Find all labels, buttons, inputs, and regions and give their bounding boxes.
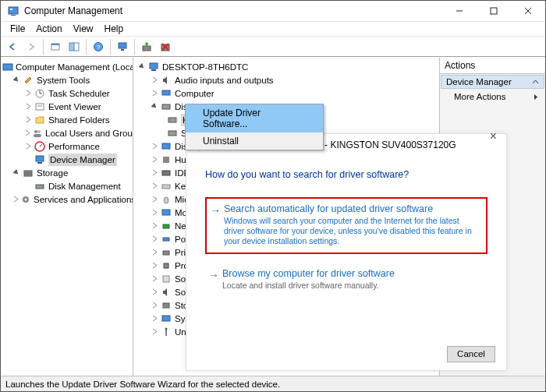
tree-event-viewer[interactable]: Event Viewer — [1, 100, 133, 113]
expand-icon[interactable] — [12, 195, 20, 203]
expand-icon[interactable] — [151, 208, 159, 217]
expand-icon[interactable] — [151, 142, 159, 150]
show-hide-console-button[interactable] — [66, 38, 83, 55]
menu-help[interactable]: Help — [100, 23, 129, 35]
option-search-auto[interactable]: → Search automatically for updated drive… — [205, 197, 488, 254]
expand-icon[interactable] — [151, 221, 159, 230]
expand-icon[interactable] — [151, 168, 159, 177]
expand-icon[interactable] — [151, 248, 159, 256]
expand-icon[interactable] — [24, 129, 31, 137]
menu-action[interactable]: Action — [31, 23, 66, 35]
tree-performance[interactable]: Performance — [1, 139, 133, 153]
keyboard-icon — [160, 180, 172, 192]
svg-point-37 — [25, 198, 27, 200]
left-pane: Computer Management (Local) System Tools… — [1, 58, 133, 376]
tree-spacer — [24, 182, 33, 190]
sound-icon — [160, 286, 172, 298]
actions-section[interactable]: Device Manager — [441, 75, 544, 89]
forward-button[interactable] — [23, 38, 40, 55]
console-tree[interactable]: Computer Management (Local) System Tools… — [1, 60, 133, 206]
tree-label: System Tools — [37, 74, 90, 87]
expand-icon[interactable] — [24, 115, 33, 124]
expand-icon[interactable] — [151, 288, 159, 296]
collapse-icon[interactable] — [151, 102, 159, 111]
svg-rect-44 — [162, 143, 170, 149]
tree-task-scheduler[interactable]: Task Scheduler — [1, 87, 133, 100]
folder-icon — [34, 114, 46, 126]
arrow-right-icon: → — [210, 204, 221, 217]
svg-rect-38 — [150, 63, 158, 69]
collapse-icon[interactable] — [138, 62, 147, 71]
tree-label: DESKTOP-8TH6DTC — [162, 61, 248, 73]
performance-icon — [34, 140, 46, 153]
help-button[interactable]: ? — [90, 38, 107, 55]
expand-icon[interactable] — [24, 102, 33, 111]
option-title: Search automatically for updated driver … — [224, 203, 480, 214]
window-title: Computer Management — [24, 5, 442, 16]
actions-more[interactable]: More Actions — [440, 90, 545, 104]
tree-root[interactable]: Computer Management (Local) — [1, 60, 133, 73]
expand-icon[interactable] — [151, 235, 159, 243]
ctx-uninstall[interactable]: Uninstall — [186, 132, 323, 150]
statusbar: Launches the Update Driver Software Wiza… — [1, 376, 545, 391]
dialog-close-button[interactable]: × — [490, 129, 497, 143]
app-icon — [7, 5, 20, 17]
maximize-button[interactable] — [477, 1, 511, 21]
event-icon — [34, 101, 46, 113]
menu-file[interactable]: File — [5, 23, 30, 35]
close-button[interactable] — [511, 1, 545, 21]
printer-icon — [160, 246, 172, 259]
port-icon — [160, 233, 172, 245]
tree-spacer — [24, 155, 33, 164]
expand-icon[interactable] — [151, 327, 159, 336]
device-category[interactable]: Computer — [133, 87, 439, 100]
svg-rect-43 — [168, 131, 176, 136]
device-root[interactable]: DESKTOP-8TH6DTC — [133, 60, 439, 73]
expand-icon[interactable] — [151, 314, 159, 323]
tree-device-manager[interactable]: Device Manager — [1, 153, 133, 166]
svg-rect-42 — [168, 118, 176, 122]
tree-shared-folders[interactable]: Shared Folders — [1, 113, 133, 126]
up-button[interactable] — [47, 38, 64, 55]
ctx-update-driver[interactable]: Update Driver Software... — [186, 104, 323, 132]
tree-system-tools[interactable]: System Tools — [1, 73, 133, 87]
back-button[interactable] — [4, 38, 21, 55]
menu-view[interactable]: View — [69, 23, 98, 35]
minimize-button[interactable] — [442, 1, 477, 21]
update-driver-button[interactable] — [138, 38, 155, 55]
expand-icon[interactable] — [151, 195, 159, 203]
svg-line-29 — [40, 144, 42, 147]
disk-icon — [160, 101, 172, 113]
svg-rect-53 — [164, 263, 168, 268]
expand-icon[interactable] — [24, 142, 33, 150]
cancel-button[interactable]: Cancel — [447, 346, 495, 362]
expand-icon[interactable] — [151, 89, 159, 97]
monitor-button[interactable] — [114, 38, 131, 55]
collapse-icon[interactable] — [12, 76, 21, 84]
svg-rect-2 — [10, 9, 12, 10]
device-category[interactable]: Audio inputs and outputs — [133, 73, 439, 87]
tree-services-apps[interactable]: Services and Applications — [1, 192, 133, 206]
computer-mgmt-icon — [2, 61, 13, 73]
expand-icon[interactable] — [151, 76, 159, 84]
expand-icon[interactable] — [24, 89, 33, 97]
svg-point-35 — [41, 185, 43, 187]
expand-icon[interactable] — [151, 182, 159, 190]
update-driver-dialog: × Update Driver Software - KINGSTON SUV4… — [186, 133, 507, 371]
svg-rect-45 — [163, 157, 169, 163]
toolbar-separator — [43, 39, 44, 55]
tree-local-users[interactable]: Local Users and Groups — [1, 126, 133, 139]
context-menu: Update Driver Software... Uninstall — [185, 104, 324, 150]
expand-icon[interactable] — [151, 274, 159, 283]
tree-disk-management[interactable]: Disk Management — [1, 179, 133, 192]
expand-icon[interactable] — [151, 261, 159, 270]
svg-rect-19 — [3, 64, 12, 70]
audio-icon — [160, 74, 172, 87]
expand-icon[interactable] — [151, 301, 159, 309]
option-browse[interactable]: → Browse my computer for driver software… — [205, 263, 488, 297]
tree-storage[interactable]: Storage — [1, 166, 133, 179]
collapse-icon[interactable] — [12, 168, 21, 177]
uninstall-button[interactable] — [157, 38, 174, 55]
expand-icon[interactable] — [151, 155, 159, 164]
mouse-icon — [160, 193, 172, 206]
